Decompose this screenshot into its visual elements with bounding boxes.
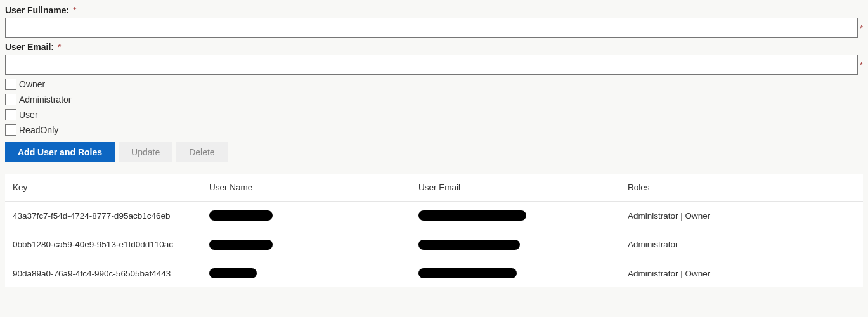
required-asterisk: * — [73, 5, 76, 15]
table-row[interactable]: 43a37fc7-f54d-4724-8777-d95acb1c46eb Adm… — [5, 202, 863, 230]
checkbox-administrator[interactable] — [5, 94, 16, 105]
cell-roles: Administrator | Owner — [620, 259, 863, 287]
checkbox-row-owner: Owner — [5, 79, 863, 90]
fullname-label: User Fullname: * — [5, 5, 863, 15]
cell-email — [411, 259, 620, 287]
header-key: Key — [5, 174, 202, 202]
redacted-email — [418, 210, 526, 221]
users-table: Key User Name User Email Roles 43a37fc7-… — [5, 174, 863, 287]
cell-key: 43a37fc7-f54d-4724-8777-d95acb1c46eb — [5, 202, 202, 230]
redacted-name — [209, 210, 273, 221]
cell-name — [202, 202, 411, 230]
table-header-row: Key User Name User Email Roles — [5, 174, 863, 202]
fullname-label-text: User Fullname: — [5, 5, 69, 15]
header-email: User Email — [411, 174, 620, 202]
checkbox-row-user: User — [5, 109, 863, 120]
checkbox-owner[interactable] — [5, 79, 16, 90]
add-user-button[interactable]: Add User and Roles — [5, 142, 115, 162]
button-row: Add User and Roles Update Delete — [5, 142, 863, 162]
cell-key: 0bb51280-ca59-40e9-9513-e1fd0dd110ac — [5, 230, 202, 259]
email-label-text: User Email: — [5, 42, 54, 52]
cell-key: 90da89a0-76a9-4fc4-990c-56505baf4443 — [5, 259, 202, 287]
email-field-group: User Email: * * — [5, 42, 863, 75]
redacted-name — [209, 268, 257, 278]
cell-name — [202, 259, 411, 287]
checkbox-label-owner: Owner — [19, 79, 45, 89]
delete-button[interactable]: Delete — [176, 142, 227, 162]
cell-email — [411, 230, 620, 259]
checkbox-readonly[interactable] — [5, 124, 16, 136]
table-row[interactable]: 90da89a0-76a9-4fc4-990c-56505baf4443 Adm… — [5, 259, 863, 287]
required-asterisk-outer: * — [860, 23, 863, 33]
email-input[interactable] — [5, 55, 858, 75]
email-label: User Email: * — [5, 42, 863, 52]
cell-email — [411, 202, 620, 230]
checkbox-row-readonly: ReadOnly — [5, 124, 863, 136]
required-asterisk-outer: * — [860, 60, 863, 70]
checkbox-label-administrator: Administrator — [19, 94, 71, 105]
redacted-email — [418, 240, 520, 250]
checkbox-user[interactable] — [5, 109, 16, 120]
checkbox-label-readonly: ReadOnly — [19, 125, 58, 135]
required-asterisk: * — [58, 42, 61, 52]
redacted-name — [209, 240, 273, 250]
cell-roles: Administrator — [620, 230, 863, 259]
header-roles: Roles — [620, 174, 863, 202]
fullname-field-group: User Fullname: * * — [5, 5, 863, 38]
checkbox-row-administrator: Administrator — [5, 94, 863, 105]
cell-name — [202, 230, 411, 259]
fullname-input[interactable] — [5, 18, 858, 38]
update-button[interactable]: Update — [119, 142, 172, 162]
role-checkbox-group: Owner Administrator User ReadOnly — [5, 79, 863, 136]
header-name: User Name — [202, 174, 411, 202]
cell-roles: Administrator | Owner — [620, 202, 863, 230]
redacted-email — [418, 268, 517, 278]
table-row[interactable]: 0bb51280-ca59-40e9-9513-e1fd0dd110ac Adm… — [5, 230, 863, 259]
checkbox-label-user: User — [19, 110, 38, 120]
